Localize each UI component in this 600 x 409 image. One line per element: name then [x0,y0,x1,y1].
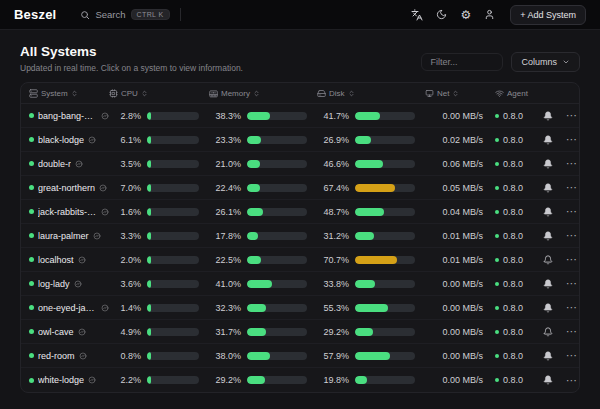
system-name: laura-palmer [38,231,89,241]
bell-icon [543,111,553,121]
table-row[interactable]: double-r 3.5% 21.0% 46.6% 0.06 MB/s 0.8.… [21,152,579,176]
agent-status-dot [495,186,499,190]
row-more-button[interactable]: ⋯ [566,230,578,241]
table-row[interactable]: log-lady 3.6% 41.0% 33.8% 0.00 MB/s 0.8.… [21,272,579,296]
agent-version: 0.8.0 [503,111,523,121]
table-row[interactable]: great-northern 7.0% 22.4% 67.4% 0.05 MB/… [21,176,579,200]
table-row[interactable]: one-eyed-jacks 1.4% 32.3% 55.3% 0.00 MB/… [21,296,579,320]
system-chart-icon[interactable] [101,112,109,120]
bell-icon [543,279,553,289]
system-chart-icon[interactable] [101,208,109,216]
column-label: Disk [329,89,345,98]
search-button[interactable]: Search CTRL K [80,9,169,20]
column-header-system[interactable]: System [21,89,109,98]
table-row[interactable]: localhost 2.0% 22.5% 70.7% 0.01 MB/s 0.8… [21,248,579,272]
row-more-button[interactable]: ⋯ [566,350,578,361]
system-name: localhost [38,255,74,265]
system-chart-icon[interactable] [88,136,96,144]
column-header-memory[interactable]: Memory [209,89,317,98]
disk-value: 67.4% [317,183,349,193]
alerts-button[interactable] [543,207,553,217]
column-header-disk[interactable]: Disk [317,89,425,98]
alerts-button[interactable] [543,135,553,145]
agent-status-dot [495,114,499,118]
table-row[interactable]: red-room 0.8% 38.0% 57.9% 0.00 MB/s 0.8.… [21,344,579,368]
disk-value: 48.7% [317,207,349,217]
memory-value: 23.3% [209,135,241,145]
alerts-button[interactable] [543,231,553,241]
settings-button[interactable]: ⚙ [460,9,471,21]
column-header-net[interactable]: Net [425,89,495,98]
cpu-bar [147,136,199,144]
column-header-cpu[interactable]: CPU [109,89,209,98]
theme-toggle-button[interactable] [436,9,447,20]
row-more-button[interactable]: ⋯ [566,302,578,313]
row-more-button[interactable]: ⋯ [566,254,578,265]
status-dot [29,113,34,118]
system-chart-icon[interactable] [79,352,87,360]
disk-value: 33.8% [317,279,349,289]
table-row[interactable]: laura-palmer 3.3% 17.8% 31.2% 0.01 MB/s … [21,224,579,248]
disk-value: 57.9% [317,351,349,361]
system-chart-icon[interactable] [75,160,83,168]
language-button[interactable] [411,9,423,21]
row-more-button[interactable]: ⋯ [566,110,578,121]
table-row[interactable]: owl-cave 4.9% 31.7% 29.2% 0.00 MB/s 0.8.… [21,320,579,344]
alerts-button[interactable] [543,303,553,313]
disk-bar [355,160,415,168]
filter-input[interactable] [421,53,503,71]
system-chart-icon[interactable] [101,304,109,312]
row-more-button[interactable]: ⋯ [566,278,578,289]
agent-status-dot [495,210,499,214]
columns-button[interactable]: Columns [511,52,580,72]
ellipsis-icon: ⋯ [566,254,578,265]
system-chart-icon[interactable] [74,280,82,288]
agent-version: 0.8.0 [503,375,523,385]
row-more-button[interactable]: ⋯ [566,375,578,386]
system-name: one-eyed-jacks [38,303,97,313]
table-body: bang-bang-bar 2.8% 38.3% 41.7% 0.00 MB/s… [21,104,579,392]
memory-value: 21.0% [209,159,241,169]
net-value: 0.00 MB/s [425,303,495,313]
user-menu-button[interactable] [484,9,495,20]
bell-icon [543,303,553,313]
table-row[interactable]: black-lodge 6.1% 23.3% 26.9% 0.02 MB/s 0… [21,128,579,152]
alerts-button[interactable] [543,375,553,385]
row-more-button[interactable]: ⋯ [566,158,578,169]
table-row[interactable]: white-lodge 2.2% 29.2% 19.8% 0.00 MB/s 0… [21,368,579,392]
row-more-button[interactable]: ⋯ [566,134,578,145]
disk-bar [355,256,415,264]
cpu-value: 0.8% [109,351,141,361]
status-dot [29,257,34,262]
alerts-button[interactable] [543,327,553,337]
status-dot [29,161,34,166]
system-chart-icon[interactable] [88,376,96,384]
cpu-value: 6.1% [109,135,141,145]
alerts-button[interactable] [543,111,553,121]
row-more-button[interactable]: ⋯ [566,326,578,337]
alerts-button[interactable] [543,279,553,289]
app-logo[interactable]: Beszel [14,7,56,22]
alerts-button[interactable] [543,159,553,169]
add-system-button[interactable]: + Add System [510,5,586,25]
alerts-button[interactable] [543,351,553,361]
system-chart-icon[interactable] [78,256,86,264]
bell-icon [543,159,553,169]
memory-value: 38.0% [209,351,241,361]
system-chart-icon[interactable] [99,184,107,192]
cpu-value: 4.9% [109,327,141,337]
alerts-button[interactable] [543,183,553,193]
row-more-button[interactable]: ⋯ [566,206,578,217]
table-row[interactable]: jack-rabbits-palace 1.6% 26.1% 48.7% 0.0… [21,200,579,224]
ellipsis-icon: ⋯ [566,278,578,289]
disk-bar [355,184,415,192]
row-more-button[interactable]: ⋯ [566,182,578,193]
alerts-button[interactable] [543,255,553,265]
cpu-value: 3.6% [109,279,141,289]
bell-icon [543,255,553,265]
system-chart-icon[interactable] [78,328,86,336]
column-label: Memory [221,89,250,98]
system-chart-icon[interactable] [93,232,101,240]
table-row[interactable]: bang-bang-bar 2.8% 38.3% 41.7% 0.00 MB/s… [21,104,579,128]
agent-version: 0.8.0 [503,207,523,217]
